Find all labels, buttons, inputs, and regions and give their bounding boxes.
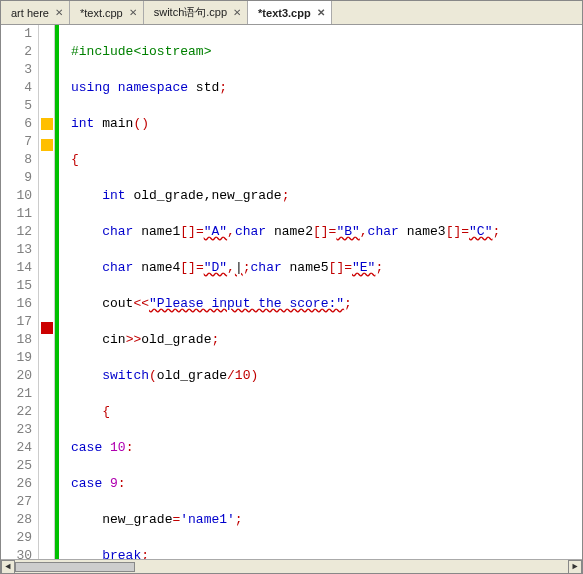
line-number: 20 <box>1 367 32 385</box>
tab-label: art here <box>11 7 49 19</box>
tab-label: switch语句.cpp <box>154 5 227 20</box>
tabs-bar: art here ✕ *text.cpp ✕ switch语句.cpp ✕ *t… <box>1 1 582 25</box>
line-number: 9 <box>1 169 32 187</box>
line-number-gutter: 1 2 3 4 5 6 7 8 9 10 11 12 13 14 15 16 1… <box>1 25 39 559</box>
line-number: 26 <box>1 475 32 493</box>
line-number: 15 <box>1 277 32 295</box>
line-number: 28 <box>1 511 32 529</box>
tab-label: *text3.cpp <box>258 7 311 19</box>
tab-switch-cpp[interactable]: switch语句.cpp ✕ <box>144 1 248 24</box>
warning-marker-icon <box>41 139 53 151</box>
tab-text-cpp[interactable]: *text.cpp ✕ <box>70 1 144 24</box>
close-icon[interactable]: ✕ <box>55 7 63 18</box>
line-number: 18 <box>1 331 32 349</box>
line-number: 29 <box>1 529 32 547</box>
line-number: 3 <box>1 61 32 79</box>
line-number: 25 <box>1 457 32 475</box>
line-number: 23 <box>1 421 32 439</box>
line-number: 7 <box>1 133 32 151</box>
line-number: 24 <box>1 439 32 457</box>
tab-start-here[interactable]: art here ✕ <box>1 1 70 24</box>
line-number: 21 <box>1 385 32 403</box>
horizontal-scrollbar[interactable]: ◄ ► <box>1 559 582 573</box>
line-number: 12 <box>1 223 32 241</box>
tab-label: *text.cpp <box>80 7 123 19</box>
close-icon[interactable]: ✕ <box>233 7 241 18</box>
line-number: 17 <box>1 313 32 331</box>
scroll-left-icon[interactable]: ◄ <box>1 560 15 574</box>
warning-marker-icon <box>41 118 53 130</box>
close-icon[interactable]: ✕ <box>317 7 325 18</box>
line-number: 8 <box>1 151 32 169</box>
close-icon[interactable]: ✕ <box>129 7 137 18</box>
line-number: 6 <box>1 115 32 133</box>
line-number: 2 <box>1 43 32 61</box>
scroll-right-icon[interactable]: ► <box>568 560 582 574</box>
line-number: 5 <box>1 97 32 115</box>
line-number: 19 <box>1 349 32 367</box>
code-area[interactable]: #include<iostream> using namespace std; … <box>59 25 582 559</box>
tab-text3-cpp[interactable]: *text3.cpp ✕ <box>248 1 332 24</box>
line-number: 4 <box>1 79 32 97</box>
line-number: 13 <box>1 241 32 259</box>
scrollbar-thumb[interactable] <box>15 562 135 572</box>
error-marker-icon <box>41 322 53 334</box>
line-number: 22 <box>1 403 32 421</box>
line-number: 1 <box>1 25 32 43</box>
line-number: 11 <box>1 205 32 223</box>
line-number: 27 <box>1 493 32 511</box>
marker-column <box>39 25 55 559</box>
line-number: 14 <box>1 259 32 277</box>
line-number: 10 <box>1 187 32 205</box>
code-editor[interactable]: 1 2 3 4 5 6 7 8 9 10 11 12 13 14 15 16 1… <box>1 25 582 559</box>
line-number: 16 <box>1 295 32 313</box>
